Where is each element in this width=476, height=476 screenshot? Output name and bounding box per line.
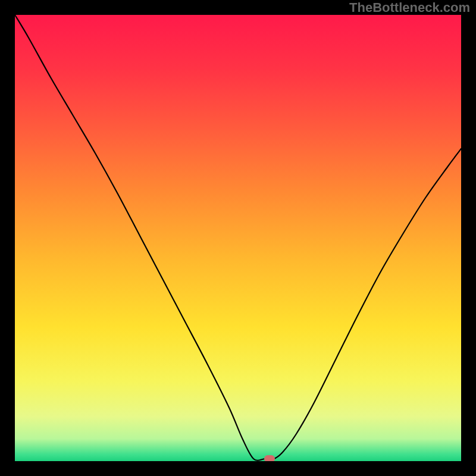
- optimal-point-marker: [264, 455, 275, 461]
- chart-frame: TheBottleneck.com: [0, 0, 476, 476]
- plot-area: [15, 15, 461, 461]
- bottleneck-curve: [15, 15, 461, 461]
- watermark-text: TheBottleneck.com: [349, 0, 470, 15]
